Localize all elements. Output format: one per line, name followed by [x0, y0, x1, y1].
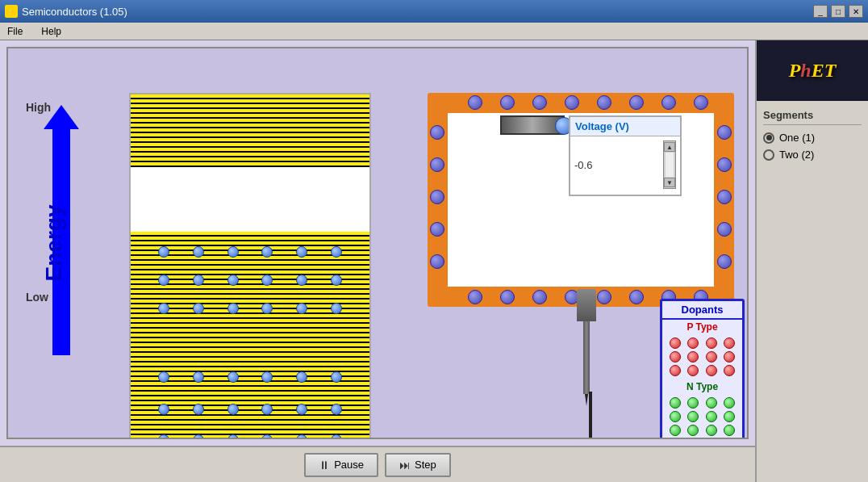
atom-22[interactable] [261, 371, 273, 383]
atom-6[interactable] [331, 246, 342, 258]
one-segment-option[interactable]: One (1) [763, 132, 862, 144]
atom-4[interactable] [261, 246, 273, 258]
energy-axis-label: Energy [41, 205, 67, 282]
atom-20[interactable] [193, 371, 204, 383]
p-atom-4[interactable] [724, 337, 735, 349]
atom-13[interactable] [158, 303, 169, 314]
n-atom-8[interactable] [724, 411, 735, 422]
p-atom-10[interactable] [687, 365, 699, 376]
p-atom-9[interactable] [670, 365, 681, 376]
atom-36[interactable] [331, 434, 342, 439]
p-atom-6[interactable] [687, 351, 699, 363]
atom-9[interactable] [227, 275, 239, 286]
scroll-up-btn[interactable]: ▲ [664, 142, 675, 152]
p-atom-5[interactable] [670, 351, 681, 363]
low-label: Low [26, 291, 48, 304]
border-ball-t1 [468, 95, 482, 110]
close-button[interactable]: ✕ [849, 5, 863, 18]
canvas-area: High Low Energy [6, 47, 749, 439]
wire-right-v [589, 392, 592, 439]
border-ball-r1 [717, 125, 732, 140]
atom-17[interactable] [296, 303, 307, 314]
atom-34[interactable] [261, 434, 273, 439]
n-atom-2[interactable] [687, 397, 699, 409]
n-atom-3[interactable] [706, 397, 717, 409]
bottom-bar: ⏸ Pause ⏭ Step [0, 446, 755, 482]
atom-30[interactable] [331, 404, 342, 415]
maximize-button[interactable]: □ [831, 5, 845, 18]
atom-3[interactable] [227, 246, 239, 258]
n-atom-10[interactable] [687, 425, 699, 436]
atom-27[interactable] [227, 404, 239, 415]
atom-25[interactable] [158, 404, 169, 415]
n-atom-5[interactable] [670, 411, 681, 422]
p-atom-3[interactable] [706, 337, 717, 349]
atom-12[interactable] [331, 275, 342, 286]
n-atom-4[interactable] [724, 397, 735, 409]
border-ball-r4 [717, 222, 732, 237]
one-segment-label: One (1) [779, 132, 815, 144]
atom-28[interactable] [261, 404, 273, 415]
atom-24[interactable] [331, 371, 342, 383]
atom-14[interactable] [193, 303, 204, 314]
pause-button[interactable]: ⏸ Pause [304, 453, 378, 477]
step-icon: ⏭ [399, 459, 411, 472]
upper-band [131, 94, 369, 167]
dopant-row-4 [131, 369, 369, 385]
p-atom-7[interactable] [706, 351, 717, 363]
p-atom-8[interactable] [724, 351, 735, 363]
atom-2[interactable] [193, 246, 204, 258]
atom-15[interactable] [227, 303, 239, 314]
voltage-scrollbar[interactable]: ▲ ▼ [663, 140, 676, 189]
band-gap [131, 167, 369, 232]
atom-7[interactable] [158, 275, 169, 286]
n-type-atoms [662, 394, 742, 439]
atom-5[interactable] [296, 246, 307, 258]
atom-19[interactable] [158, 371, 169, 383]
atom-32[interactable] [193, 434, 204, 439]
step-button[interactable]: ⏭ Step [385, 453, 451, 477]
atom-23[interactable] [296, 371, 307, 383]
atom-8[interactable] [193, 275, 204, 286]
probe-shaft [583, 321, 590, 394]
p-atom-12[interactable] [724, 365, 735, 376]
atom-11[interactable] [296, 275, 307, 286]
atom-29[interactable] [296, 404, 307, 415]
probe-tool[interactable] [577, 289, 596, 394]
atom-33[interactable] [227, 434, 239, 439]
app-icon: ⚡ [5, 5, 18, 18]
atom-10[interactable] [261, 275, 273, 286]
title-bar: ⚡ Semiconductors (1.05) _ □ ✕ [0, 0, 868, 23]
minimize-button[interactable]: _ [813, 5, 828, 18]
n-atom-11[interactable] [706, 425, 717, 436]
atom-1[interactable] [158, 246, 169, 258]
atom-18[interactable] [331, 303, 342, 314]
title-controls[interactable]: _ □ ✕ [813, 5, 863, 18]
n-atom-7[interactable] [706, 411, 717, 422]
border-ball-r3 [717, 190, 732, 204]
n-atom-1[interactable] [670, 397, 681, 409]
border-ball-t6 [629, 95, 644, 110]
atom-21[interactable] [227, 371, 239, 383]
energy-arrow-head [44, 105, 79, 129]
atom-35[interactable] [296, 434, 307, 439]
segments-panel: Segments One (1) Two (2) [757, 101, 868, 174]
atom-16[interactable] [261, 303, 273, 314]
help-menu[interactable]: Help [38, 25, 65, 38]
window-title: Semiconductors (1.05) [22, 6, 127, 18]
n-atom-9[interactable] [670, 425, 681, 436]
dopant-row-2 [131, 272, 369, 288]
border-ball-t3 [532, 95, 547, 110]
n-atom-6[interactable] [687, 411, 699, 422]
scroll-down-btn[interactable]: ▼ [664, 178, 675, 187]
p-atom-1[interactable] [670, 337, 681, 349]
file-menu[interactable]: File [4, 25, 26, 38]
p-atom-2[interactable] [687, 337, 699, 349]
p-atom-11[interactable] [706, 365, 717, 376]
atom-31[interactable] [158, 434, 169, 439]
two-segment-option[interactable]: Two (2) [763, 149, 862, 161]
border-ball-b2 [500, 290, 515, 304]
dopants-title: Dopants [662, 301, 742, 320]
n-atom-12[interactable] [724, 425, 735, 436]
atom-26[interactable] [193, 404, 204, 415]
